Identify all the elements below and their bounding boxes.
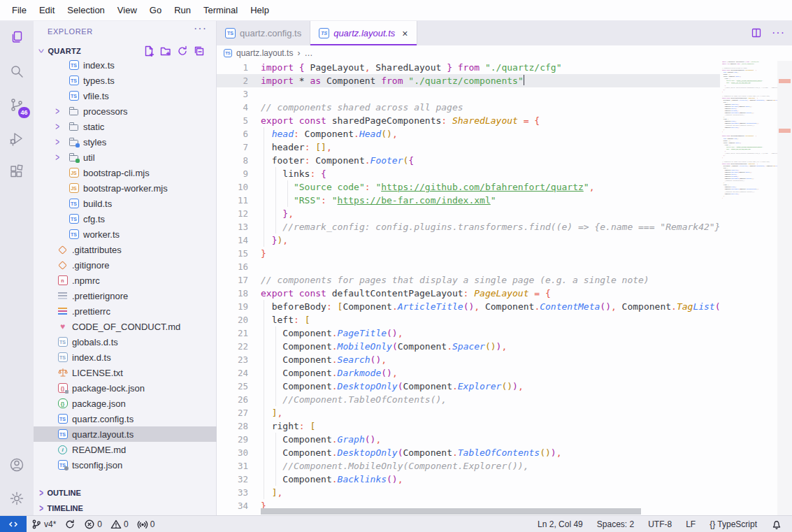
tree-item-README.md[interactable]: i README.md — [34, 442, 217, 457]
tree-item-.gitignore[interactable]: .gitignore — [34, 257, 217, 273]
code-line-29[interactable]: 29 Component.Graph(), — [217, 433, 720, 446]
code-line-31[interactable]: 31 //Component.MobileOnly(Component.Expl… — [217, 459, 720, 473]
code-line-35[interactable]: 35 — [720, 199, 777, 201]
line-number[interactable]: 20 — [217, 313, 248, 326]
tree-item-types.ts[interactable]: TS types.ts — [34, 73, 217, 88]
activity-source-control-icon[interactable]: 46 — [0, 88, 34, 122]
tree-item-tsconfig.json[interactable]: TS tsconfig.json — [34, 457, 217, 473]
code-line-20[interactable]: 20 left: [ — [217, 313, 720, 326]
line-number[interactable]: 4 — [217, 101, 248, 114]
tree-item-worker.ts[interactable]: TS worker.ts — [34, 227, 217, 242]
status-sync[interactable] — [60, 516, 80, 532]
code-line-9[interactable]: 9 links: { — [217, 167, 720, 180]
section-timeline[interactable]: > TIMELINE — [34, 501, 217, 516]
code-line-19[interactable]: 19 beforeBody: [Component.ArticleTitle()… — [720, 165, 777, 167]
code-line-11[interactable]: 11 "RSS": "https://be-far.com/index.xml" — [217, 194, 720, 207]
line-number[interactable]: 27 — [217, 406, 248, 419]
code-line-24[interactable]: 24 Component.Darkmode(), — [217, 366, 720, 380]
line-number[interactable]: 7 — [217, 141, 248, 154]
code-line-21[interactable]: 21 Component.PageTitle(), — [217, 326, 720, 340]
line-number[interactable]: 13 — [217, 220, 248, 233]
line-number[interactable]: 28 — [217, 419, 248, 433]
code-line-10[interactable]: 10 "Source code": "https://github.com/bf… — [217, 180, 720, 194]
line-number[interactable]: 14 — [217, 233, 248, 247]
new-file-icon[interactable] — [143, 45, 154, 57]
activity-search-icon[interactable] — [0, 55, 34, 88]
line-number[interactable]: 6 — [217, 127, 248, 141]
line-number[interactable]: 34 — [217, 499, 248, 512]
line-number[interactable]: 22 — [217, 340, 248, 353]
tab-quartz.layout.ts[interactable]: TS quartz.layout.ts × — [310, 21, 417, 45]
code-line-13[interactable]: 13 //remark_config: config.plugins.trans… — [720, 86, 777, 88]
line-number[interactable]: 12 — [217, 207, 248, 220]
remote-indicator[interactable] — [0, 516, 27, 532]
line-number[interactable]: 2 — [217, 74, 248, 87]
code-line-27[interactable]: 27 ], — [217, 406, 720, 419]
code-line-28[interactable]: 28 right: [ — [217, 419, 720, 433]
line-number[interactable]: 31 — [217, 459, 248, 473]
line-number[interactable]: 8 — [217, 154, 248, 167]
code-line-25[interactable]: 25 Component.DesktopOnly(Component.Explo… — [217, 380, 720, 393]
refresh-icon[interactable] — [177, 45, 188, 57]
line-number[interactable]: 17 — [217, 273, 248, 287]
section-outline[interactable]: > OUTLINE — [34, 485, 217, 501]
tree-item-.gitattributes[interactable]: .gitattributes — [34, 242, 217, 257]
tree-item-bootstrap-worker.mjs[interactable]: JS bootstrap-worker.mjs — [34, 180, 217, 196]
code-line-14[interactable]: 14 }), — [217, 233, 720, 247]
line-number[interactable]: 11 — [217, 194, 248, 207]
tree-item-bootstrap-cli.mjs[interactable]: JS bootstrap-cli.mjs — [34, 165, 217, 180]
horizontal-scrollbar[interactable] — [261, 508, 641, 515]
menu-terminal[interactable]: Terminal — [197, 0, 244, 21]
tree-item-quartz.layout.ts[interactable]: TS quartz.layout.ts — [34, 426, 217, 442]
code-line-32[interactable]: 32 Component.Backlinks(), — [217, 473, 720, 486]
breadcrumb-more[interactable]: … — [304, 48, 312, 58]
code-line-12[interactable]: 12 }, — [217, 207, 720, 220]
status-lf[interactable]: LF — [682, 516, 700, 532]
tree-item-.prettierignore[interactable]: .prettierignore — [34, 288, 217, 303]
editor-more-actions-icon[interactable]: ··· — [772, 27, 785, 39]
status-branch[interactable]: v4* — [27, 516, 60, 532]
tree-item-static[interactable]: > static — [34, 119, 217, 134]
tree-item-quartz.config.ts[interactable]: TS quartz.config.ts — [34, 411, 217, 426]
tree-item-util[interactable]: > util — [34, 150, 217, 165]
code-line-1[interactable]: 1import { PageLayout, SharedLayout } fro… — [217, 61, 720, 74]
activity-run-debug-icon[interactable] — [0, 122, 34, 155]
code-line-2[interactable]: 2import * as Component from "./quartz/co… — [217, 74, 720, 87]
line-number[interactable]: 19 — [217, 300, 248, 313]
tree-item-vfile.ts[interactable]: TS vfile.ts — [34, 88, 217, 103]
tree-item-CODE_OF_CONDUCT.md[interactable]: ♥ CODE_OF_CONDUCT.md — [34, 319, 217, 334]
code-line-3[interactable]: 3 — [217, 87, 720, 101]
code-editor[interactable]: 1import { PageLayout, SharedLayout } fro… — [217, 61, 720, 515]
code-line-22[interactable]: 22 Component.MobileOnly(Component.Spacer… — [217, 340, 720, 353]
line-number[interactable]: 30 — [217, 446, 248, 459]
line-number[interactable]: 16 — [217, 260, 248, 273]
code-line-15[interactable]: 15} — [217, 247, 720, 260]
bell-icon[interactable] — [767, 516, 786, 532]
new-folder-icon[interactable] — [160, 45, 171, 57]
menu-view[interactable]: View — [111, 0, 143, 21]
menu-selection[interactable]: Selection — [61, 0, 110, 21]
minimap[interactable]: 1import { PageLayout, SharedLayout } fro… — [720, 61, 777, 515]
line-number[interactable]: 24 — [217, 366, 248, 380]
tree-item-index.d.ts[interactable]: TS index.d.ts — [34, 350, 217, 365]
menu-file[interactable]: File — [6, 0, 33, 21]
tree-item-index.ts[interactable]: TS index.ts — [34, 57, 217, 73]
tree-item-LICENSE.txt[interactable]: LICENSE.txt — [34, 365, 217, 380]
line-number[interactable]: 10 — [217, 180, 248, 194]
line-number[interactable]: 5 — [217, 114, 248, 127]
menu-run[interactable]: Run — [168, 0, 197, 21]
code-line-5[interactable]: 5export const sharedPageComponents: Shar… — [217, 114, 720, 127]
code-line-16[interactable]: 16 — [217, 260, 720, 273]
tree-item-package.json[interactable]: {} package.json — [34, 396, 217, 411]
line-number[interactable]: 18 — [217, 287, 248, 300]
code-line-19[interactable]: 19 beforeBody: [Component.ArticleTitle()… — [217, 300, 720, 313]
tree-item-processors[interactable]: > processors — [34, 103, 217, 119]
tree-item-build.ts[interactable]: TS build.ts — [34, 196, 217, 211]
menu-help[interactable]: Help — [244, 0, 275, 21]
code-line-23[interactable]: 23 Component.Search(), — [217, 353, 720, 366]
line-number[interactable]: 15 — [217, 247, 248, 260]
line-number[interactable]: 32 — [217, 473, 248, 486]
status--typescript[interactable]: {} TypeScript — [705, 516, 761, 532]
status-ports[interactable]: 0 — [133, 516, 159, 532]
code-line-33[interactable]: 33 ], — [217, 486, 720, 499]
